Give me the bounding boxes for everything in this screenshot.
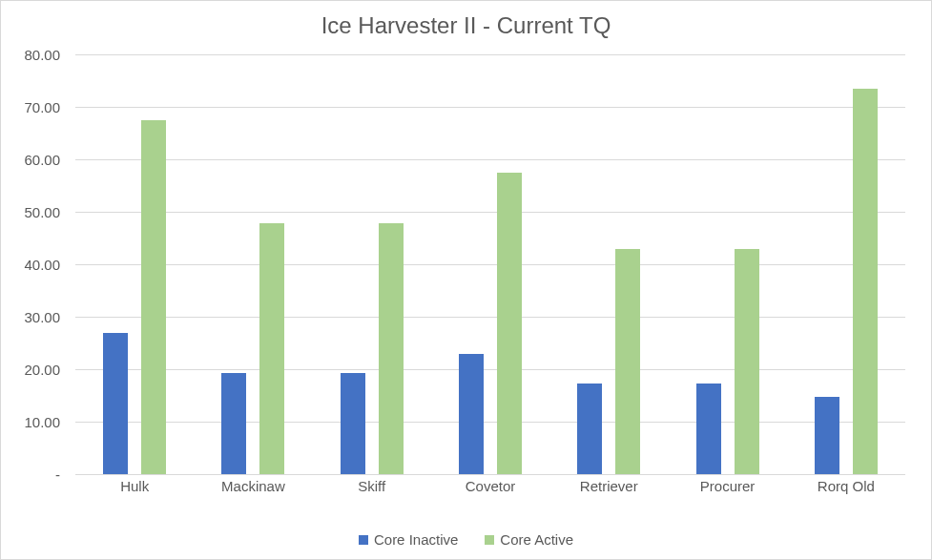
bar bbox=[459, 354, 484, 475]
bar bbox=[497, 173, 522, 474]
y-tick-label: 80.00 bbox=[3, 47, 60, 63]
legend-swatch bbox=[359, 535, 368, 545]
legend: Core InactiveCore Active bbox=[1, 531, 931, 549]
x-tick-label: Procurer bbox=[700, 478, 756, 494]
chart-frame: Ice Harvester II - Current TQ -10.0020.0… bbox=[0, 0, 932, 560]
bar bbox=[696, 384, 721, 474]
bar bbox=[735, 249, 759, 475]
y-tick-label: 40.00 bbox=[3, 257, 60, 273]
gridline bbox=[75, 474, 905, 475]
x-tick-label: Skiff bbox=[358, 478, 385, 494]
legend-label: Core Inactive bbox=[374, 531, 458, 548]
bars-layer bbox=[75, 54, 905, 474]
y-tick-label: 70.00 bbox=[3, 99, 60, 115]
x-tick-label: Covetor bbox=[466, 478, 516, 494]
y-tick-label: 30.00 bbox=[3, 309, 60, 325]
bar bbox=[141, 120, 166, 474]
bar bbox=[221, 373, 246, 474]
bar bbox=[103, 333, 128, 475]
y-tick-label: 20.00 bbox=[3, 362, 60, 378]
bar bbox=[853, 89, 878, 474]
y-tick-label: - bbox=[3, 467, 60, 483]
chart-title: Ice Harvester II - Current TQ bbox=[1, 12, 931, 39]
legend-swatch bbox=[485, 535, 494, 545]
bar bbox=[259, 223, 284, 474]
bar bbox=[577, 384, 602, 474]
bar bbox=[379, 223, 404, 474]
x-tick-label: Mackinaw bbox=[221, 478, 285, 494]
y-tick-label: 10.00 bbox=[3, 414, 60, 430]
bar bbox=[815, 397, 839, 474]
legend-item: Core Active bbox=[485, 531, 573, 548]
y-tick-label: 50.00 bbox=[3, 204, 60, 220]
legend-label: Core Active bbox=[500, 531, 573, 548]
x-tick-label: Rorq Old bbox=[818, 478, 875, 494]
bar bbox=[341, 373, 365, 474]
x-axis: HulkMackinawSkiffCovetorRetrieverProcure… bbox=[75, 478, 905, 501]
y-axis: -10.0020.0030.0040.0050.0060.0070.0080.0… bbox=[1, 54, 68, 474]
y-tick-label: 60.00 bbox=[3, 152, 60, 168]
bar bbox=[615, 249, 640, 475]
legend-item: Core Inactive bbox=[359, 531, 458, 548]
x-tick-label: Retriever bbox=[580, 478, 638, 494]
plot-area bbox=[75, 54, 905, 474]
x-tick-label: Hulk bbox=[120, 478, 149, 494]
